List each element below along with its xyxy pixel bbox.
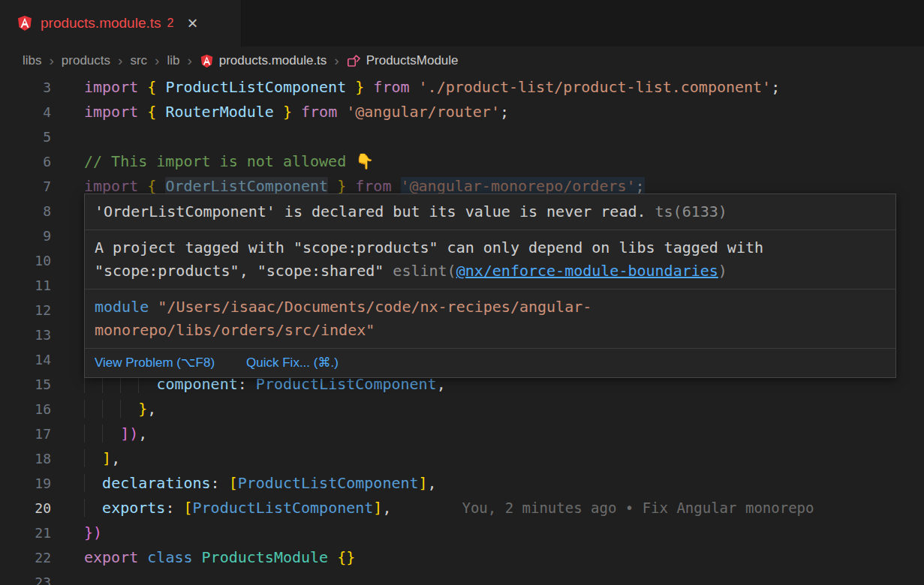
view-problem-action[interactable]: View Problem (⌥F8)	[95, 354, 215, 372]
indent-guide	[102, 400, 120, 418]
code-token: }	[337, 177, 346, 195]
code-line-5: 5	[0, 124, 924, 149]
line-code[interactable]	[51, 570, 84, 585]
line-number[interactable]: 19	[0, 471, 51, 496]
indent-guide	[84, 499, 102, 517]
code-token	[292, 103, 301, 121]
indent-guide	[84, 424, 102, 442]
code-line-18: 18 ],	[0, 446, 924, 471]
code-line-6: 6// This import is not allowed 👇	[0, 149, 924, 174]
code-token: ])	[120, 424, 138, 442]
line-number[interactable]: 7	[0, 174, 51, 199]
breadcrumb-item-src[interactable]: src	[130, 53, 147, 68]
code-token: ProductListComponent	[238, 474, 419, 492]
breadcrumb-item-lib[interactable]: lib	[167, 53, 179, 68]
error-hover-popup: 'OrderListComponent' is declared but its…	[84, 194, 896, 378]
breadcrumb-item-file[interactable]: products.module.ts	[219, 53, 327, 68]
code-token: exports	[102, 499, 165, 517]
code-token: ]	[102, 449, 111, 467]
line-number[interactable]: 20	[0, 496, 51, 520]
line-number[interactable]: 21	[0, 520, 51, 545]
code-token: RouterModule	[156, 103, 283, 121]
line-code[interactable]	[51, 124, 84, 149]
tab-error-count-badge: 2	[167, 16, 174, 30]
line-code[interactable]: })	[51, 520, 102, 545]
line-number[interactable]: 12	[0, 298, 51, 322]
line-number[interactable]: 8	[0, 199, 51, 224]
line-code[interactable]	[51, 224, 84, 248]
line-number[interactable]: 13	[0, 322, 51, 347]
line-code[interactable]: ],	[51, 446, 120, 471]
ts-error-message: 'OrderListComponent' is declared but its…	[85, 194, 895, 230]
code-token: ProductListComponent	[156, 78, 355, 96]
line-number[interactable]: 16	[0, 397, 51, 422]
quick-fix-action[interactable]: Quick Fix... (⌘.)	[246, 354, 339, 372]
line-number[interactable]: 14	[0, 347, 51, 372]
code-token: }	[283, 103, 292, 121]
code-token: {	[147, 78, 156, 96]
code-line-23: 23	[0, 570, 924, 585]
git-blame-annotation: You, 2 minutes ago • Fix Angular monorep…	[462, 500, 814, 516]
line-number[interactable]: 15	[0, 372, 51, 397]
tab-products-module[interactable]: products.module.ts 2 ×	[0, 0, 242, 46]
line-code[interactable]: export class ProductsModule {}	[51, 545, 355, 570]
line-code[interactable]	[51, 273, 84, 298]
line-code[interactable]: import { ProductListComponent } from './…	[51, 75, 780, 100]
line-code[interactable]: declarations: [ProductListComponent],	[51, 471, 437, 496]
line-number[interactable]: 5	[0, 124, 51, 149]
code-line-20: 20 exports: [ProductListComponent],You, …	[0, 496, 924, 520]
line-code[interactable]: },	[51, 397, 156, 422]
line-number[interactable]: 18	[0, 446, 51, 471]
hover-actions: View Problem (⌥F8) Quick Fix... (⌘.)	[85, 349, 895, 377]
line-code[interactable]	[51, 347, 84, 372]
line-code[interactable]	[51, 298, 84, 322]
indent-guide	[120, 400, 138, 418]
code-token: from	[355, 177, 400, 195]
module-keyword: module	[95, 298, 158, 316]
code-token: from	[373, 78, 418, 96]
line-code[interactable]	[51, 199, 84, 224]
code-token: :	[211, 474, 229, 492]
code-token: class	[147, 548, 201, 566]
code-token: ,	[111, 449, 120, 467]
close-tab-icon[interactable]: ×	[187, 14, 197, 32]
line-code[interactable]: // This import is not allowed 👇	[51, 149, 374, 174]
code-line-3: 3import { ProductListComponent } from '.…	[0, 75, 924, 100]
eslint-rule-link[interactable]: @nx/enforce-module-boundaries	[456, 262, 718, 280]
chevron-right-icon: ›	[118, 52, 122, 69]
chevron-right-icon: ›	[50, 52, 54, 69]
line-number[interactable]: 9	[0, 224, 51, 248]
code-token	[156, 177, 165, 195]
code-token: {	[147, 103, 156, 121]
line-number[interactable]: 3	[0, 75, 51, 100]
code-token: [	[229, 474, 238, 492]
line-number[interactable]: 6	[0, 149, 51, 174]
eslint-error-line1: A project tagged with "scope:products" c…	[95, 236, 886, 260]
line-number[interactable]: 23	[0, 570, 51, 585]
breadcrumb-item-symbol[interactable]: ProductsModule	[366, 53, 459, 68]
line-number[interactable]: 10	[0, 248, 51, 273]
line-code[interactable]	[51, 322, 84, 347]
line-number[interactable]: 4	[0, 100, 51, 124]
line-code[interactable]: import { RouterModule } from '@angular/r…	[51, 100, 509, 124]
line-number[interactable]: 22	[0, 545, 51, 570]
breadcrumb-item-products[interactable]: products	[62, 53, 110, 68]
tab-bar: products.module.ts 2 ×	[0, 0, 924, 46]
line-code[interactable]: ]),	[51, 422, 147, 446]
indent-guide	[102, 424, 120, 442]
code-token: import	[84, 78, 147, 96]
code-token: '@angular/router'	[346, 103, 500, 121]
code-token: ProductListComponent	[193, 499, 374, 517]
module-path-line1: "/Users/isaac/Documents/code/nx-recipes/…	[158, 298, 591, 316]
code-token: ,	[428, 474, 437, 492]
breadcrumb-item-libs[interactable]: libs	[23, 53, 42, 68]
line-code[interactable]: exports: [ProductListComponent],You, 2 m…	[51, 496, 814, 520]
chevron-right-icon: ›	[187, 52, 191, 69]
code-token: ;	[771, 78, 780, 96]
eslint-error-message: A project tagged with "scope:products" c…	[85, 230, 895, 290]
vscode-window: products.module.ts 2 × libs › products ›…	[0, 0, 924, 585]
line-code[interactable]	[51, 248, 84, 273]
line-number[interactable]: 17	[0, 422, 51, 446]
indent-guide	[84, 449, 102, 467]
line-number[interactable]: 11	[0, 273, 51, 298]
